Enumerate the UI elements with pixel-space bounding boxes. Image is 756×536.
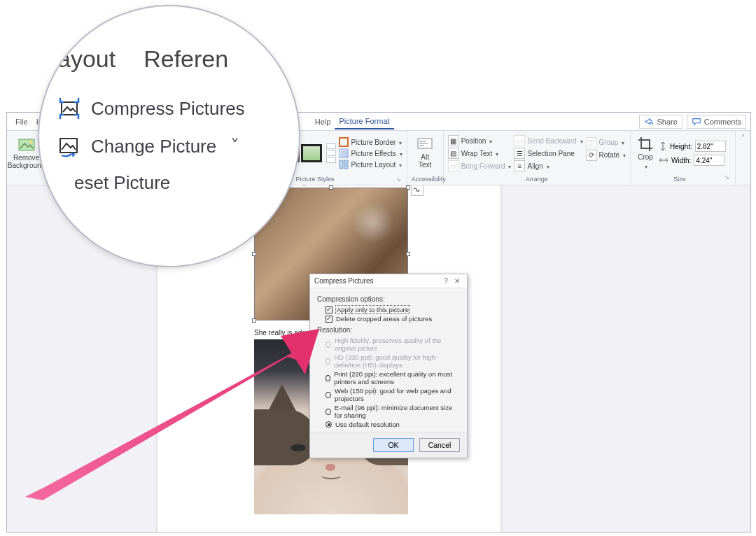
resolution-heading: Resolution: bbox=[317, 326, 460, 334]
selection-pane-label: Selection Pane bbox=[527, 150, 574, 157]
share-button[interactable]: Share bbox=[639, 115, 682, 129]
comments-button[interactable]: Comments bbox=[687, 115, 746, 129]
ok-button[interactable]: OK bbox=[373, 438, 414, 452]
selection-pane-button[interactable]: ☰Selection Pane bbox=[514, 148, 582, 159]
picture-layout-label: Picture Layout bbox=[351, 161, 396, 169]
height-label: Height: bbox=[670, 143, 692, 150]
resize-handle-ne[interactable] bbox=[406, 185, 410, 190]
alt-text-label: AltText bbox=[419, 153, 431, 169]
checkbox-icon: ✓ bbox=[326, 306, 332, 313]
crop-button[interactable]: Crop bbox=[635, 135, 656, 171]
picture-effects-icon bbox=[339, 148, 349, 158]
send-backward-button[interactable]: ▭Send Backward bbox=[514, 135, 582, 146]
align-label: Align bbox=[527, 162, 542, 170]
picture-styles-dialog-launcher[interactable]: ↘ bbox=[396, 176, 402, 183]
svg-marker-16 bbox=[71, 153, 76, 157]
style-preset-4[interactable] bbox=[301, 144, 322, 162]
rotate-button[interactable]: ⟳Rotate bbox=[586, 150, 626, 161]
picture-border-button[interactable]: Picture Border bbox=[339, 137, 402, 147]
picture-border-label: Picture Border bbox=[351, 139, 396, 146]
align-icon: ≡ bbox=[514, 160, 525, 171]
magnified-reset-picture: eset Picture bbox=[74, 172, 170, 194]
tab-file[interactable]: File bbox=[11, 115, 32, 129]
group-cmd-label: Group bbox=[599, 139, 619, 146]
resolution-high-fidelity: High fidelity: preserves quality of the … bbox=[317, 336, 460, 353]
apply-only-checkbox[interactable]: ✓ Apply only to this picture bbox=[317, 305, 460, 314]
picture-layout-button[interactable]: Picture Layout bbox=[339, 160, 402, 169]
svg-rect-5 bbox=[340, 160, 343, 169]
compress-pictures-dialog: Compress Pictures ? ✕ Compression option… bbox=[309, 274, 468, 458]
collapse-ribbon-button[interactable]: ˄ bbox=[736, 131, 750, 185]
accessibility-group-label: Accessibility bbox=[412, 174, 439, 185]
gallery-more[interactable] bbox=[326, 143, 336, 163]
wrap-text-button[interactable]: ▤Wrap Text bbox=[448, 148, 512, 159]
delete-cropped-checkbox[interactable]: ✓ Delete cropped areas of pictures bbox=[317, 314, 460, 323]
group-button[interactable]: ◫Group bbox=[586, 137, 626, 148]
hf-label: High fidelity: preserves quality of the … bbox=[335, 337, 460, 352]
size-dialog-launcher[interactable]: ↘ bbox=[724, 174, 731, 185]
send-backward-icon: ▭ bbox=[514, 135, 525, 146]
dialog-close-button[interactable]: ✕ bbox=[451, 277, 463, 285]
resize-handle-n[interactable] bbox=[329, 185, 333, 190]
svg-point-1 bbox=[29, 141, 32, 143]
resolution-email[interactable]: E-mail (96 ppi): minimize document size … bbox=[317, 403, 460, 420]
group-icon: ◫ bbox=[586, 137, 597, 148]
group-arrange: ▦Position ▤Wrap Text ▭Bring Forward ▭Sen… bbox=[444, 131, 631, 185]
bring-forward-label: Bring Forward bbox=[461, 162, 505, 170]
group-accessibility: AltText Accessibility bbox=[407, 131, 444, 185]
align-button[interactable]: ≡Align bbox=[514, 160, 582, 171]
remove-background-icon bbox=[18, 137, 35, 153]
magnified-tab-references: Referen bbox=[144, 45, 228, 73]
selection-pane-icon: ☰ bbox=[514, 148, 525, 159]
comments-label: Comments bbox=[704, 118, 741, 126]
dialog-help-button[interactable]: ? bbox=[440, 277, 451, 285]
bring-forward-button[interactable]: ▭Bring Forward bbox=[448, 160, 512, 171]
rotate-label: Rotate bbox=[599, 151, 620, 159]
layout-options-button[interactable] bbox=[411, 185, 424, 196]
alt-text-button[interactable]: AltText bbox=[414, 136, 435, 170]
position-label: Position bbox=[461, 137, 486, 145]
magnified-compress-pictures: Compress Pictures bbox=[91, 98, 245, 120]
picture-layout-icon bbox=[339, 160, 349, 169]
tab-help[interactable]: Help bbox=[311, 115, 335, 129]
resize-handle-w[interactable] bbox=[252, 252, 256, 256]
position-button[interactable]: ▦Position bbox=[448, 135, 512, 146]
picture-effects-button[interactable]: Picture Effects bbox=[339, 148, 402, 158]
dialog-title: Compress Pictures bbox=[314, 277, 440, 285]
group-size: Crop Height: Width: Size↘ bbox=[631, 131, 736, 185]
rotate-icon: ⟳ bbox=[586, 150, 597, 161]
width-input[interactable] bbox=[694, 155, 724, 166]
svg-rect-6 bbox=[344, 160, 348, 164]
svg-rect-7 bbox=[344, 165, 348, 169]
resolution-web[interactable]: Web (150 ppi): good for web pages and pr… bbox=[317, 386, 460, 403]
change-picture-icon bbox=[57, 134, 81, 158]
picture-border-icon bbox=[339, 137, 349, 147]
svg-marker-12 bbox=[25, 336, 316, 500]
height-input[interactable] bbox=[695, 141, 726, 152]
magnifier-callout: ayout Referen Compress Pictures Change P… bbox=[38, 5, 300, 267]
width-label: Width: bbox=[671, 157, 691, 164]
dialog-titlebar[interactable]: Compress Pictures ? ✕ bbox=[310, 274, 467, 288]
alt-text-icon bbox=[417, 138, 433, 152]
size-group-label: Size bbox=[635, 174, 724, 185]
hd-label: HD (330 ppi): good quality for high-defi… bbox=[334, 353, 460, 369]
default-label: Use default resolution bbox=[335, 421, 400, 428]
apply-only-label: Apply only to this picture bbox=[336, 306, 410, 313]
bring-forward-icon: ▭ bbox=[448, 160, 459, 171]
resize-handle-e[interactable] bbox=[406, 252, 410, 256]
svg-marker-13 bbox=[281, 329, 319, 374]
comment-icon bbox=[692, 117, 701, 127]
share-label: Share bbox=[657, 118, 677, 126]
compression-options-heading: Compression options: bbox=[317, 295, 460, 303]
resolution-default[interactable]: Use default resolution bbox=[317, 420, 460, 429]
tab-picture-format[interactable]: Picture Format bbox=[335, 114, 393, 129]
magnified-change-picture: Change Picture bbox=[91, 136, 216, 157]
share-icon bbox=[644, 117, 654, 127]
cancel-button[interactable]: Cancel bbox=[419, 438, 460, 452]
width-icon bbox=[659, 156, 668, 164]
svg-rect-4 bbox=[341, 150, 349, 158]
email-label: E-mail (96 ppi): minimize document size … bbox=[335, 404, 460, 419]
resolution-print[interactable]: Print (220 ppi): excellent quality on mo… bbox=[317, 369, 460, 386]
crop-label: Crop bbox=[638, 153, 653, 161]
svg-rect-2 bbox=[340, 138, 348, 146]
